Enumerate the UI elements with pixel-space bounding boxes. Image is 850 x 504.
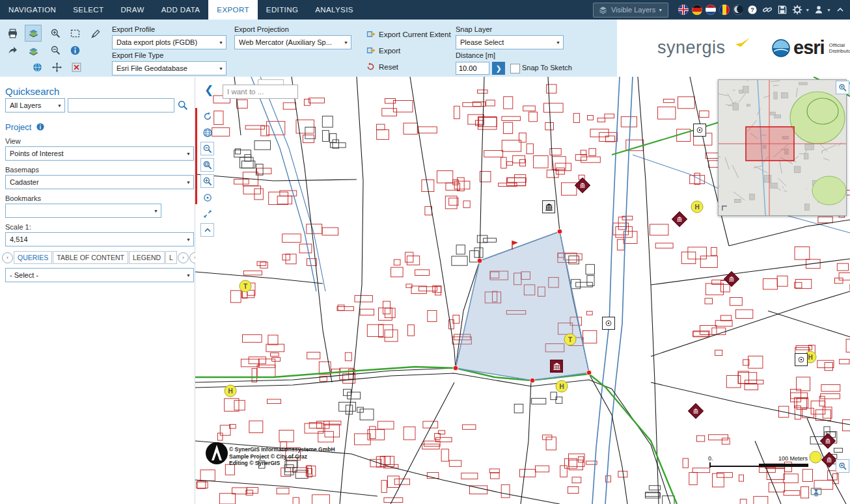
menu-tab-analysis[interactable]: ANALYSIS: [307, 0, 362, 20]
museum-marker[interactable]: [542, 200, 555, 213]
night-mode-icon[interactable]: [733, 5, 743, 15]
transit-stop-marker[interactable]: T: [240, 280, 252, 293]
export-projection-select[interactable]: Web Mercator (Auxiliary Sp...▼: [234, 35, 351, 49]
visible-layers-button[interactable]: Visible Layers ▼: [593, 3, 668, 18]
distance-apply-button[interactable]: ❯: [492, 62, 505, 75]
map-tool-globe-button[interactable]: [200, 126, 214, 139]
delete-button[interactable]: [69, 60, 83, 74]
map-zoom-top-right-button[interactable]: [836, 81, 849, 94]
sidebar-tab-table-of-content[interactable]: TABLE OF CONTENT: [53, 251, 128, 264]
select-rectangle-button[interactable]: [68, 26, 82, 40]
info-button[interactable]: [68, 43, 82, 57]
globe-button[interactable]: [30, 60, 44, 74]
bookmarks-label: Bookmarks: [5, 194, 41, 202]
poi-box-marker[interactable]: [602, 317, 615, 330]
basemap-button[interactable]: [26, 44, 40, 59]
menu-tab-navigation[interactable]: NAVIGATION: [0, 0, 64, 20]
netherlands-flag-icon[interactable]: [706, 5, 716, 15]
transit-stop-marker[interactable]: T: [564, 334, 577, 346]
full-extent-icon: [202, 209, 213, 219]
sidebar-tab-l[interactable]: L: [165, 251, 177, 264]
overview-map[interactable]: [718, 79, 847, 216]
poi-box-marker[interactable]: [693, 124, 706, 137]
transit-stop-marker[interactable]: H: [691, 201, 704, 213]
sketch-pen-button[interactable]: [89, 26, 103, 40]
sidebar-collapse-handle[interactable]: ❮: [204, 83, 213, 97]
sidebar-tab-queries[interactable]: QUERIES: [14, 251, 52, 264]
zoom-in-icon: [202, 176, 213, 187]
reset-button[interactable]: Reset: [366, 62, 398, 72]
export-profile-label: Export Profile: [112, 25, 155, 33]
map-tool-zoom-window-button[interactable]: [200, 158, 214, 172]
snap-to-sketch-checkbox[interactable]: [510, 64, 520, 73]
user-icon[interactable]: [813, 4, 825, 16]
pan-move-button[interactable]: [49, 60, 64, 74]
layer-filter-select[interactable]: All Layers▼: [5, 98, 65, 113]
map-view-button[interactable]: [25, 25, 42, 42]
map-attribution: © SynerGIS Informationssysteme GmbH Samp…: [229, 446, 335, 467]
poi-icon: [797, 356, 805, 364]
scale-select[interactable]: 4,514▼: [5, 232, 194, 246]
esri-globe-icon: [771, 38, 791, 58]
north-arrow-icon[interactable]: [204, 441, 229, 466]
menu-tab-draw[interactable]: DRAW: [112, 0, 152, 20]
chevron-down-icon: ▼: [658, 8, 663, 12]
romania-flag-icon[interactable]: [719, 5, 730, 15]
tab-scroll-right-button[interactable]: ›: [178, 252, 189, 263]
link-icon[interactable]: [761, 4, 773, 16]
project-info-icon[interactable]: [36, 122, 45, 131]
map-tool-zoom-out-button[interactable]: [200, 142, 214, 155]
snap-layer-select[interactable]: Please Select▼: [456, 35, 564, 49]
query-select[interactable]: - Select -▼: [5, 268, 194, 282]
user-session-icon[interactable]: [810, 486, 823, 498]
transit-stop-marker[interactable]: H: [225, 385, 237, 397]
museum-marker[interactable]: [550, 360, 563, 373]
zoom-out-tool-button[interactable]: [48, 43, 62, 57]
basemaps-select[interactable]: Cadaster▼: [5, 175, 194, 189]
project-label: Project: [5, 122, 31, 132]
zoom-in-tool-button[interactable]: [48, 26, 62, 40]
map-tool-center-point-button[interactable]: [200, 191, 214, 204]
menu-tab-select[interactable]: SELECT: [64, 0, 112, 20]
search-input[interactable]: [68, 98, 174, 113]
poi-box-marker[interactable]: [795, 353, 808, 366]
share-button[interactable]: [5, 43, 20, 57]
germany-flag-icon[interactable]: [692, 5, 702, 15]
settings-gear-icon[interactable]: [791, 4, 803, 16]
search-icon[interactable]: [177, 99, 189, 111]
uk-flag-icon[interactable]: [678, 5, 689, 15]
menu-tab-editing[interactable]: EDITING: [258, 0, 307, 20]
menu-tab-add-data[interactable]: ADD DATA: [153, 0, 209, 20]
overview-collapse-icon[interactable]: [720, 204, 730, 213]
left-sidebar: Quicksearch All Layers▼ Project View Poi…: [0, 77, 195, 504]
help-icon[interactable]: [747, 4, 758, 16]
export-button[interactable]: Export: [366, 46, 400, 55]
map-tool-collapse-button[interactable]: [200, 223, 214, 237]
chevron-down-icon: ▼: [154, 209, 158, 213]
export-projection-label: Export Projection: [234, 25, 289, 33]
print-button[interactable]: [5, 26, 20, 40]
chevron-down-icon: ▼: [219, 66, 223, 71]
sidebar-tab-legend[interactable]: LEGEND: [129, 251, 165, 264]
map-tool-refresh-button[interactable]: [200, 109, 214, 123]
quicksearch-heading[interactable]: Quicksearch: [5, 86, 59, 97]
map-zoom-bottom-right-button[interactable]: [836, 459, 849, 473]
export-current-extent-button[interactable]: Export Current Extent: [366, 29, 451, 39]
i-want-to-input[interactable]: [223, 85, 298, 99]
export-profile-select[interactable]: Data export plots (FGDB)▼: [112, 35, 226, 49]
transit-stop-marker[interactable]: H: [556, 380, 568, 393]
export-file-type-select[interactable]: Esri File Geodatabase▼: [112, 61, 226, 75]
view-select[interactable]: Points of Interest▼: [5, 146, 194, 161]
save-icon[interactable]: [776, 4, 788, 16]
map-tool-full-extent-button[interactable]: [200, 207, 214, 220]
bookmarks-select[interactable]: ▼: [5, 204, 161, 218]
distance-input[interactable]: [456, 62, 489, 75]
tab-scroll-left-button[interactable]: ‹: [2, 252, 13, 263]
export-ribbon: Export Profile Data export plots (FGDB)▼…: [0, 20, 850, 77]
map-tool-zoom-in-button[interactable]: [200, 174, 214, 188]
menu-tab-export[interactable]: EXPORT: [208, 0, 257, 20]
map-canvas[interactable]: ❮ THHTHH © SynerGIS Informationssysteme …: [195, 77, 850, 504]
transit-stop-marker[interactable]: [810, 451, 822, 464]
collapse-ribbon-icon[interactable]: [834, 4, 846, 16]
bank-icon: [827, 457, 832, 463]
